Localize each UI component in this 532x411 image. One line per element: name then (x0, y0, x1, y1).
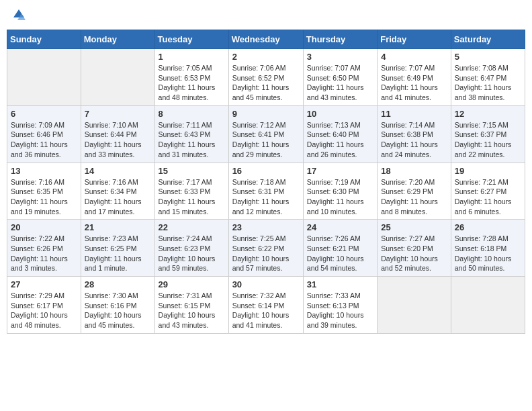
calendar-cell: 10Sunrise: 7:13 AM Sunset: 6:40 PM Dayli… (303, 105, 377, 163)
calendar-cell: 23Sunrise: 7:25 AM Sunset: 6:22 PM Dayli… (228, 220, 303, 277)
calendar-cell: 16Sunrise: 7:18 AM Sunset: 6:31 PM Dayli… (228, 163, 303, 220)
calendar-cell: 18Sunrise: 7:20 AM Sunset: 6:29 PM Dayli… (378, 163, 451, 220)
calendar-cell: 21Sunrise: 7:23 AM Sunset: 6:25 PM Dayli… (81, 220, 154, 277)
calendar-cell: 17Sunrise: 7:19 AM Sunset: 6:30 PM Dayli… (303, 163, 377, 220)
calendar-cell: 28Sunrise: 7:30 AM Sunset: 6:16 PM Dayli… (81, 277, 154, 334)
day-info: Sunrise: 7:11 AM Sunset: 6:43 PM Dayligh… (159, 120, 225, 160)
day-info: Sunrise: 7:33 AM Sunset: 6:13 PM Dayligh… (307, 291, 373, 330)
weekday-header: Thursday (303, 30, 377, 49)
calendar-cell: 26Sunrise: 7:28 AM Sunset: 6:18 PM Dayli… (451, 220, 525, 277)
day-number: 15 (159, 166, 225, 176)
day-number: 23 (232, 222, 300, 232)
calendar-cell: 31Sunrise: 7:33 AM Sunset: 6:13 PM Dayli… (303, 277, 377, 334)
calendar-cell: 4Sunrise: 7:07 AM Sunset: 6:49 PM Daylig… (378, 49, 451, 106)
day-info: Sunrise: 7:27 AM Sunset: 6:20 PM Dayligh… (381, 234, 447, 273)
day-number: 12 (455, 109, 521, 119)
day-info: Sunrise: 7:17 AM Sunset: 6:33 PM Dayligh… (159, 177, 225, 217)
calendar-cell: 19Sunrise: 7:21 AM Sunset: 6:27 PM Dayli… (451, 163, 525, 220)
calendar-cell: 9Sunrise: 7:12 AM Sunset: 6:41 PM Daylig… (228, 105, 303, 163)
day-info: Sunrise: 7:14 AM Sunset: 6:38 PM Dayligh… (381, 120, 447, 160)
day-number: 5 (455, 52, 521, 62)
calendar-cell: 27Sunrise: 7:29 AM Sunset: 6:17 PM Dayli… (7, 277, 81, 334)
day-number: 16 (232, 166, 300, 176)
day-info: Sunrise: 7:22 AM Sunset: 6:26 PM Dayligh… (11, 234, 77, 273)
day-info: Sunrise: 7:05 AM Sunset: 6:53 PM Dayligh… (159, 63, 225, 103)
day-number: 28 (85, 279, 151, 289)
calendar-cell: 12Sunrise: 7:15 AM Sunset: 6:37 PM Dayli… (451, 105, 525, 163)
day-info: Sunrise: 7:07 AM Sunset: 6:49 PM Dayligh… (381, 63, 447, 103)
calendar-week-row: 27Sunrise: 7:29 AM Sunset: 6:17 PM Dayli… (7, 277, 525, 334)
day-number: 10 (307, 109, 373, 119)
calendar-cell: 30Sunrise: 7:32 AM Sunset: 6:14 PM Dayli… (228, 277, 303, 334)
day-number: 9 (232, 109, 300, 119)
weekday-header: Monday (81, 30, 154, 49)
calendar-cell: 1Sunrise: 7:05 AM Sunset: 6:53 PM Daylig… (154, 49, 228, 106)
day-number: 26 (455, 222, 521, 232)
calendar-cell: 20Sunrise: 7:22 AM Sunset: 6:26 PM Dayli… (7, 220, 81, 277)
day-info: Sunrise: 7:18 AM Sunset: 6:31 PM Dayligh… (232, 177, 300, 217)
day-info: Sunrise: 7:09 AM Sunset: 6:46 PM Dayligh… (11, 120, 77, 160)
weekday-header: Friday (378, 30, 451, 49)
calendar-cell: 8Sunrise: 7:11 AM Sunset: 6:43 PM Daylig… (154, 105, 228, 163)
calendar-cell (378, 277, 451, 334)
day-info: Sunrise: 7:10 AM Sunset: 6:44 PM Dayligh… (85, 120, 151, 160)
day-info: Sunrise: 7:16 AM Sunset: 6:35 PM Dayligh… (11, 177, 77, 217)
calendar-cell: 29Sunrise: 7:31 AM Sunset: 6:15 PM Dayli… (154, 277, 228, 334)
page-header (7, 7, 525, 24)
day-info: Sunrise: 7:12 AM Sunset: 6:41 PM Dayligh… (232, 120, 300, 160)
calendar-week-row: 20Sunrise: 7:22 AM Sunset: 6:26 PM Dayli… (7, 220, 525, 277)
calendar-week-row: 13Sunrise: 7:16 AM Sunset: 6:35 PM Dayli… (7, 163, 525, 220)
day-number: 1 (159, 52, 225, 62)
day-info: Sunrise: 7:15 AM Sunset: 6:37 PM Dayligh… (455, 120, 521, 160)
calendar-cell: 14Sunrise: 7:16 AM Sunset: 6:34 PM Dayli… (81, 163, 154, 220)
calendar-week-row: 6Sunrise: 7:09 AM Sunset: 6:46 PM Daylig… (7, 105, 525, 163)
calendar-cell: 7Sunrise: 7:10 AM Sunset: 6:44 PM Daylig… (81, 105, 154, 163)
day-number: 18 (381, 166, 447, 176)
calendar-week-row: 1Sunrise: 7:05 AM Sunset: 6:53 PM Daylig… (7, 49, 525, 106)
day-number: 31 (307, 279, 373, 289)
day-info: Sunrise: 7:08 AM Sunset: 6:47 PM Dayligh… (455, 63, 521, 103)
day-number: 27 (11, 279, 77, 289)
day-info: Sunrise: 7:13 AM Sunset: 6:40 PM Dayligh… (307, 120, 373, 160)
day-number: 3 (307, 52, 373, 62)
calendar-cell (7, 49, 81, 106)
calendar-cell: 11Sunrise: 7:14 AM Sunset: 6:38 PM Dayli… (378, 105, 451, 163)
day-info: Sunrise: 7:30 AM Sunset: 6:16 PM Dayligh… (85, 291, 151, 330)
day-number: 11 (381, 109, 447, 119)
calendar-cell: 15Sunrise: 7:17 AM Sunset: 6:33 PM Dayli… (154, 163, 228, 220)
day-info: Sunrise: 7:24 AM Sunset: 6:23 PM Dayligh… (159, 234, 225, 273)
calendar-cell: 2Sunrise: 7:06 AM Sunset: 6:52 PM Daylig… (228, 49, 303, 106)
day-info: Sunrise: 7:28 AM Sunset: 6:18 PM Dayligh… (455, 234, 521, 273)
day-info: Sunrise: 7:26 AM Sunset: 6:21 PM Dayligh… (307, 234, 373, 273)
calendar-cell: 13Sunrise: 7:16 AM Sunset: 6:35 PM Dayli… (7, 163, 81, 220)
calendar-cell: 22Sunrise: 7:24 AM Sunset: 6:23 PM Dayli… (154, 220, 228, 277)
day-number: 29 (159, 279, 225, 289)
day-number: 25 (381, 222, 447, 232)
day-info: Sunrise: 7:31 AM Sunset: 6:15 PM Dayligh… (159, 291, 225, 330)
day-number: 17 (307, 166, 373, 176)
calendar-table: SundayMondayTuesdayWednesdayThursdayFrid… (7, 30, 525, 334)
day-number: 20 (11, 222, 77, 232)
calendar-cell (451, 277, 525, 334)
day-number: 2 (232, 52, 300, 62)
day-number: 19 (455, 166, 521, 176)
day-info: Sunrise: 7:21 AM Sunset: 6:27 PM Dayligh… (455, 177, 521, 217)
day-number: 7 (85, 109, 151, 119)
calendar-cell: 25Sunrise: 7:27 AM Sunset: 6:20 PM Dayli… (378, 220, 451, 277)
calendar-cell: 3Sunrise: 7:07 AM Sunset: 6:50 PM Daylig… (303, 49, 377, 106)
day-info: Sunrise: 7:23 AM Sunset: 6:25 PM Dayligh… (85, 234, 151, 273)
day-number: 14 (85, 166, 151, 176)
logo (11, 9, 26, 21)
day-number: 8 (159, 109, 225, 119)
day-number: 13 (11, 166, 77, 176)
day-info: Sunrise: 7:29 AM Sunset: 6:17 PM Dayligh… (11, 291, 77, 330)
day-info: Sunrise: 7:06 AM Sunset: 6:52 PM Dayligh… (232, 63, 300, 103)
day-info: Sunrise: 7:20 AM Sunset: 6:29 PM Dayligh… (381, 177, 447, 217)
calendar-header-row: SundayMondayTuesdayWednesdayThursdayFrid… (7, 30, 525, 49)
weekday-header: Sunday (7, 30, 81, 49)
day-info: Sunrise: 7:25 AM Sunset: 6:22 PM Dayligh… (232, 234, 300, 273)
day-number: 4 (381, 52, 447, 62)
day-info: Sunrise: 7:19 AM Sunset: 6:30 PM Dayligh… (307, 177, 373, 217)
calendar-cell: 24Sunrise: 7:26 AM Sunset: 6:21 PM Dayli… (303, 220, 377, 277)
weekday-header: Wednesday (228, 30, 303, 49)
